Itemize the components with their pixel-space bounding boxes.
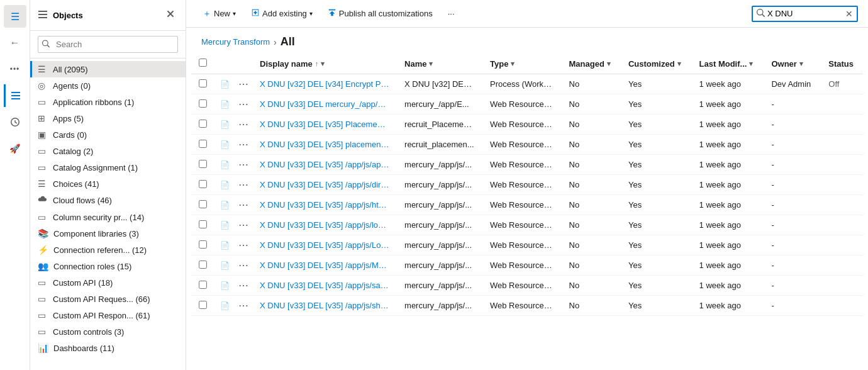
sidebar-item-custom-api-req-label: Custom API Reques... (66): [53, 294, 178, 304]
row-checkbox-cell: [191, 74, 214, 94]
sidebar-item-catalog-assignment[interactable]: ▭ Catalog Assignment (1): [30, 159, 186, 176]
row-last-modified: 1 week ago: [692, 235, 764, 255]
row-more-button[interactable]: ⋯: [236, 299, 251, 312]
sidebar-item-apps-label: Apps (5): [53, 114, 178, 123]
row-more-button[interactable]: ⋯: [236, 279, 251, 292]
sidebar-item-choices-icon: ☰: [38, 179, 48, 189]
sidebar-item-connection-roles-icon: 👥: [38, 261, 48, 271]
sidebar-item-app-ribbons[interactable]: ▭ Application ribbons (1): [30, 94, 186, 110]
sidebar-item-custom-controls-icon: ▭: [38, 327, 48, 337]
row-customized: Yes: [621, 235, 692, 255]
sidebar-item-custom-api-label: Custom API (18): [53, 278, 178, 288]
row-checkbox[interactable]: [199, 120, 207, 128]
row-checkbox[interactable]: [199, 200, 207, 208]
row-more-button[interactable]: ⋯: [236, 238, 251, 252]
nav-hamburger-icon[interactable]: ☰: [4, 5, 26, 28]
sidebar-item-cloud-flows-label: Cloud flows (46): [53, 196, 178, 205]
sidebar-item-connection-roles[interactable]: 👥 Connection roles (15): [30, 258, 186, 274]
sidebar-item-custom-api-req-icon: ▭: [38, 294, 48, 304]
sidebar-item-choices[interactable]: ☰ Choices (41): [30, 176, 186, 192]
sidebar-item-cloud-flows[interactable]: Cloud flows (46): [30, 192, 186, 209]
th-type-filter-icon[interactable]: ▾: [511, 60, 515, 68]
sidebar-item-dashboards[interactable]: 📊 Dashboards (11): [30, 340, 186, 356]
sidebar-item-apps[interactable]: ⊞ Apps (5): [30, 110, 186, 126]
sidebar-item-all[interactable]: ☰ All (2095): [30, 61, 186, 77]
row-more-button[interactable]: ⋯: [236, 158, 251, 171]
row-customized: Yes: [621, 276, 692, 296]
row-type: Web Resource (J...: [482, 135, 561, 155]
sidebar-item-custom-controls[interactable]: ▭ Custom controls (3): [30, 323, 186, 340]
row-more-button[interactable]: ⋯: [236, 138, 251, 151]
sidebar-item-custom-api-req[interactable]: ▭ Custom API Reques... (66): [30, 291, 186, 307]
nav-back-icon[interactable]: ←: [4, 31, 26, 54]
row-checkbox[interactable]: [199, 281, 207, 289]
nav-rocket-icon[interactable]: 🚀: [4, 137, 26, 160]
th-type[interactable]: Type ▾: [482, 53, 561, 74]
row-more-button[interactable]: ⋯: [236, 218, 251, 232]
th-customized[interactable]: Customized ▾: [621, 53, 692, 74]
th-managed-filter-icon[interactable]: ▾: [607, 60, 611, 68]
row-more-button[interactable]: ⋯: [236, 259, 251, 272]
add-existing-button[interactable]: Add existing ▾: [245, 5, 319, 22]
th-owner-filter-icon[interactable]: ▾: [799, 60, 803, 68]
toolbar-search-icon: [757, 9, 765, 19]
sidebar-item-custom-api-resp-label: Custom API Respon... (61): [53, 311, 178, 320]
sidebar-item-custom-api[interactable]: ▭ Custom API (18): [30, 274, 186, 291]
sidebar-list: ☰ All (2095) ◎ Agents (0) ▭ Application …: [30, 59, 186, 370]
th-managed[interactable]: Managed ▾: [562, 53, 621, 74]
sidebar-item-custom-api-resp[interactable]: ▭ Custom API Respon... (61): [30, 307, 186, 323]
sidebar-item-agents[interactable]: ◎ Agents (0): [30, 77, 186, 94]
th-name-filter-icon[interactable]: ▾: [429, 60, 433, 68]
row-more-button[interactable]: ⋯: [236, 77, 251, 91]
nav-history-icon[interactable]: [4, 111, 26, 133]
row-checkbox[interactable]: [199, 261, 207, 269]
breadcrumb-parent-link[interactable]: Mercury Transform: [201, 37, 270, 47]
row-more-button[interactable]: ⋯: [236, 98, 251, 111]
sidebar-item-component-libs[interactable]: 📚 Component libraries (3): [30, 225, 186, 242]
row-checkbox[interactable]: [199, 160, 207, 168]
th-display-name-filter-icon[interactable]: ▾: [321, 60, 325, 68]
sidebar-item-column-security[interactable]: ▭ Column security pr... (14): [30, 209, 186, 225]
row-customized: Yes: [621, 94, 692, 115]
row-display-name: X DNU [v33] DEL [v35] placementV2...: [252, 135, 397, 155]
row-checkbox[interactable]: [199, 301, 207, 309]
new-button[interactable]: ＋ New ▾: [196, 5, 242, 23]
sidebar-close-icon[interactable]: [163, 6, 178, 24]
nav-more-icon[interactable]: •••: [4, 58, 26, 81]
row-more-button[interactable]: ⋯: [236, 198, 251, 211]
row-last-modified: 1 week ago: [692, 215, 764, 235]
nav-layers-icon[interactable]: [4, 84, 26, 107]
toolbar-search-clear-icon[interactable]: ✕: [845, 9, 853, 19]
sidebar-item-catalog-label: Catalog (2): [53, 147, 178, 156]
row-checkbox[interactable]: [199, 220, 207, 228]
th-last-modified-filter-icon[interactable]: ▾: [749, 60, 753, 68]
th-customized-filter-icon[interactable]: ▾: [677, 60, 681, 68]
toolbar-more-button[interactable]: ···: [442, 6, 461, 21]
th-name[interactable]: Name ▾: [397, 53, 482, 74]
th-display-name[interactable]: Display name ↑ ▾: [252, 53, 397, 74]
row-last-modified: 1 week ago: [692, 135, 764, 155]
table-row: 📄 ⋯ X DNU [v33] DEL mercury_/app/Emai...…: [191, 94, 863, 115]
sidebar-item-cards[interactable]: ▣ Cards (0): [30, 126, 186, 143]
row-checkbox[interactable]: [199, 99, 207, 108]
toolbar-search-input[interactable]: [767, 9, 843, 18]
th-display-name-label: Display name: [260, 59, 313, 69]
row-checkbox[interactable]: [199, 140, 207, 148]
th-last-modified[interactable]: Last Modif... ▾: [692, 53, 764, 74]
th-checkbox[interactable]: [191, 53, 214, 74]
add-existing-chevron-icon: ▾: [309, 10, 313, 17]
row-checkbox[interactable]: [199, 180, 207, 188]
row-more-button[interactable]: ⋯: [236, 178, 251, 191]
row-more-button[interactable]: ⋯: [236, 118, 251, 131]
sidebar-item-connection-refs[interactable]: ⚡ Connection referen... (12): [30, 242, 186, 258]
row-name: mercury_/app/js/...: [397, 195, 482, 215]
sidebar-search-area: [30, 31, 186, 59]
th-owner[interactable]: Owner ▾: [764, 53, 821, 74]
row-checkbox[interactable]: [199, 240, 207, 249]
select-all-checkbox[interactable]: [199, 59, 207, 67]
publish-button[interactable]: Publish all customizations: [321, 5, 439, 22]
sidebar-item-catalog[interactable]: ▭ Catalog (2): [30, 143, 186, 159]
sidebar-search-input[interactable]: [38, 36, 178, 53]
sidebar-item-app-ribbons-label: Application ribbons (1): [53, 98, 178, 107]
row-checkbox[interactable]: [199, 79, 207, 87]
